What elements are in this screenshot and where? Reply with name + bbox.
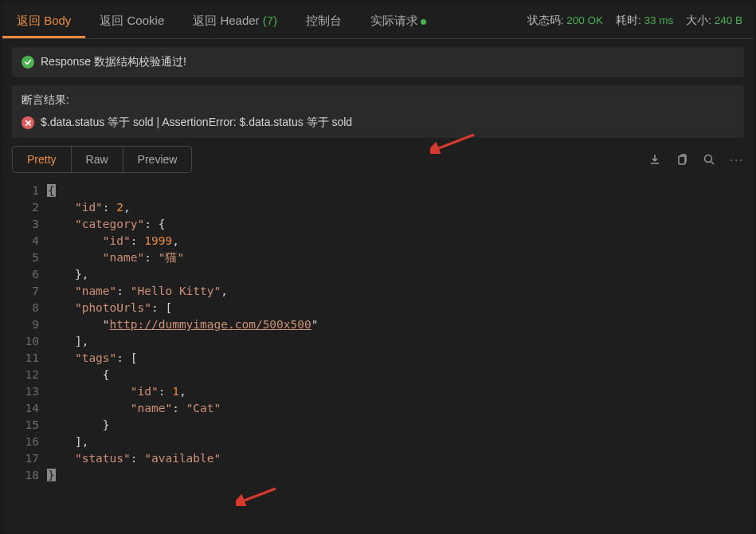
assertion-text: $.data.status 等于 sold | AssertionError: … — [41, 116, 352, 130]
tab-console[interactable]: 控制台 — [292, 2, 356, 38]
tab-header-count: (7) — [263, 14, 277, 27]
validation-text: Response 数据结构校验通过! — [41, 55, 186, 69]
assertion-title: 断言结果: — [22, 93, 734, 108]
cross-circle-icon — [22, 116, 34, 129]
tab-response-body[interactable]: 返回 Body — [2, 2, 85, 38]
code-viewer[interactable]: 123456789101112131415161718 { "id": 2, "… — [2, 179, 754, 532]
tab-actual-label: 实际请求 — [370, 14, 418, 27]
top-bar: 返回 Body 返回 Cookie 返回 Header (7) 控制台 实际请求… — [2, 2, 754, 39]
view-bar: Pretty Raw Preview ··· — [2, 146, 754, 173]
code-content: { "id": 2, "category": { "id": 1999, "na… — [47, 183, 754, 532]
tab-header-label: 返回 Header — [193, 14, 263, 27]
view-tab-pretty[interactable]: Pretty — [13, 147, 72, 172]
response-tabs: 返回 Body 返回 Cookie 返回 Header (7) 控制台 实际请求 — [2, 2, 441, 38]
line-gutter: 123456789101112131415161718 — [12, 183, 47, 532]
response-time: 耗时: 33 ms — [616, 14, 673, 28]
search-icon[interactable] — [703, 153, 715, 166]
check-circle-icon — [22, 56, 34, 69]
view-mode-tabs: Pretty Raw Preview — [12, 146, 192, 173]
tool-icons: ··· — [648, 153, 744, 166]
tab-response-cookie[interactable]: 返回 Cookie — [85, 2, 178, 38]
view-tab-preview[interactable]: Preview — [123, 147, 192, 172]
response-size: 大小: 240 B — [686, 14, 742, 28]
tab-actual-request[interactable]: 实际请求 — [356, 2, 441, 38]
download-icon[interactable] — [648, 153, 661, 166]
svg-point-1 — [705, 155, 712, 163]
validation-banner: Response 数据结构校验通过! — [12, 47, 744, 77]
assertion-row: $.data.status 等于 sold | AssertionError: … — [22, 116, 734, 130]
status-code: 状态码: 200 OK — [527, 14, 603, 28]
view-tab-raw[interactable]: Raw — [72, 147, 123, 172]
tab-response-header[interactable]: 返回 Header (7) — [178, 2, 292, 38]
copy-icon[interactable] — [676, 153, 688, 166]
svg-rect-0 — [679, 156, 685, 164]
status-dot-icon — [421, 19, 426, 25]
more-icon[interactable]: ··· — [730, 153, 744, 166]
assertion-panel: 断言结果: $.data.status 等于 sold | AssertionE… — [12, 85, 744, 138]
response-meta: 状态码: 200 OK 耗时: 33 ms 大小: 240 B — [527, 14, 742, 28]
